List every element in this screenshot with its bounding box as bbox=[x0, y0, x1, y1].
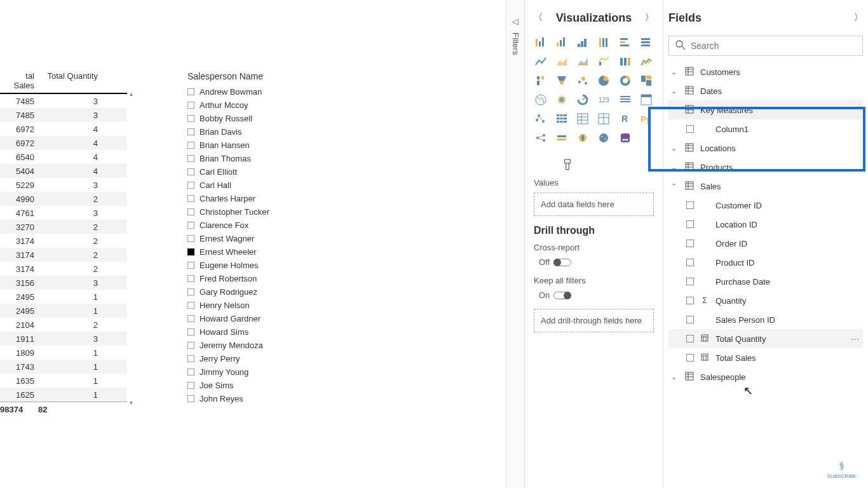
checkbox-icon[interactable] bbox=[187, 168, 194, 175]
viz-type-icon[interactable] bbox=[597, 74, 611, 88]
table-row[interactable]: 31742 bbox=[0, 248, 127, 262]
table-row[interactable]: 74853 bbox=[0, 108, 127, 122]
viz-type-icon[interactable] bbox=[618, 36, 632, 50]
viz-type-icon[interactable] bbox=[639, 74, 653, 88]
slicer-item[interactable]: Carl Hall bbox=[187, 179, 378, 192]
keep-filters-toggle[interactable]: On bbox=[539, 290, 654, 300]
table-row[interactable]: 65404 bbox=[0, 150, 127, 164]
viz-type-icon[interactable]: 123 bbox=[597, 93, 611, 107]
canvas-scrollbar[interactable] bbox=[497, 70, 501, 413]
checkbox-icon[interactable] bbox=[187, 369, 194, 376]
table-row[interactable]: 17431 bbox=[0, 360, 127, 374]
field-quantity[interactable]: ΣQuantity bbox=[668, 291, 863, 310]
field-location-id[interactable]: Location ID bbox=[668, 215, 863, 234]
checkbox-icon[interactable] bbox=[187, 142, 194, 149]
table-row[interactable]: 32702 bbox=[0, 220, 127, 234]
slicer-item[interactable]: Ernest Wagner bbox=[187, 232, 378, 245]
checkbox-icon[interactable] bbox=[187, 355, 194, 362]
viz-type-icon[interactable] bbox=[555, 74, 569, 88]
field-order-id[interactable]: Order ID bbox=[668, 234, 863, 253]
viz-type-icon[interactable] bbox=[534, 74, 548, 88]
viz-type-icon[interactable] bbox=[534, 93, 548, 107]
checkbox-icon[interactable] bbox=[187, 262, 194, 269]
table-row[interactable]: 21042 bbox=[0, 318, 127, 332]
checkbox-icon[interactable] bbox=[187, 102, 194, 109]
viz-type-icon[interactable] bbox=[576, 131, 590, 145]
vis-collapse-right-icon[interactable]: 〉 bbox=[645, 12, 654, 24]
report-canvas[interactable]: tal Sales Total Quantity 748537485369724… bbox=[0, 0, 506, 488]
table-row[interactable]: 69724 bbox=[0, 122, 127, 136]
scroll-up-icon[interactable]: ▴ bbox=[127, 90, 135, 98]
slicer-item[interactable]: Clarence Fox bbox=[187, 219, 378, 232]
field-total-quantity[interactable]: Total Quantity⋯ bbox=[668, 329, 863, 348]
slicer-item[interactable]: Howard Sims bbox=[187, 325, 378, 339]
slicer-item[interactable]: Fred Robertson bbox=[187, 272, 378, 285]
viz-type-icon[interactable] bbox=[576, 93, 590, 107]
table-row[interactable]: 52293 bbox=[0, 178, 127, 192]
viz-type-icon[interactable] bbox=[618, 93, 632, 107]
slicer-item[interactable]: John Reyes bbox=[187, 392, 378, 405]
viz-type-icon[interactable] bbox=[639, 93, 653, 107]
viz-type-icon[interactable] bbox=[534, 131, 548, 145]
table-visual[interactable]: tal Sales Total Quantity 748537485369724… bbox=[0, 69, 127, 417]
checkbox-icon[interactable] bbox=[187, 222, 194, 229]
field-checkbox[interactable] bbox=[686, 125, 694, 133]
table-row[interactable]: 54044 bbox=[0, 164, 127, 178]
slicer-item[interactable]: Carl Elliott bbox=[187, 165, 378, 179]
table-row[interactable]: 24951 bbox=[0, 304, 127, 318]
viz-type-icon[interactable] bbox=[618, 55, 632, 69]
table-row[interactable]: 49902 bbox=[0, 192, 127, 206]
table-row[interactable]: 24951 bbox=[0, 290, 127, 304]
checkbox-icon[interactable] bbox=[187, 302, 194, 309]
viz-type-icon[interactable] bbox=[555, 131, 569, 145]
viz-type-icon[interactable] bbox=[555, 55, 569, 69]
scroll-down-icon[interactable]: ▾ bbox=[127, 399, 135, 407]
table-row[interactable]: 69724 bbox=[0, 136, 127, 150]
viz-type-icon[interactable] bbox=[534, 55, 548, 69]
checkbox-icon[interactable] bbox=[187, 315, 194, 322]
checkbox-icon[interactable] bbox=[187, 342, 194, 349]
viz-type-icon[interactable] bbox=[576, 112, 590, 126]
more-options-icon[interactable]: ⋯ bbox=[851, 334, 859, 344]
viz-type-icon[interactable] bbox=[597, 55, 611, 69]
slicer-item[interactable]: Brian Hansen bbox=[187, 139, 378, 152]
expand-filters-icon[interactable]: ◁ bbox=[512, 17, 519, 26]
slicer-item[interactable]: Andrew Bowman bbox=[187, 85, 378, 98]
slicer-item[interactable]: Eugene Holmes bbox=[187, 259, 378, 272]
field-total-sales[interactable]: Total Sales bbox=[668, 348, 863, 367]
fields-search[interactable] bbox=[668, 36, 863, 56]
viz-type-icon[interactable] bbox=[534, 36, 548, 50]
viz-type-icon[interactable] bbox=[597, 131, 611, 145]
checkbox-icon[interactable] bbox=[187, 235, 194, 242]
viz-type-icon[interactable] bbox=[576, 74, 590, 88]
drillthrough-dropzone[interactable]: Add drill-through fields here bbox=[534, 309, 654, 332]
field-customer-id[interactable]: Customer ID bbox=[668, 196, 863, 215]
checkbox-icon[interactable] bbox=[187, 155, 194, 162]
table-node-products[interactable]: ⌄Products bbox=[668, 158, 863, 177]
table-row[interactable]: 74853 bbox=[0, 94, 127, 108]
checkbox-icon[interactable] bbox=[187, 395, 194, 402]
viz-type-icon[interactable]: R bbox=[618, 112, 632, 126]
field-sales-person-id[interactable]: Sales Person ID bbox=[668, 310, 863, 329]
slicer-item[interactable]: Jerry Perry bbox=[187, 352, 378, 365]
viz-type-icon[interactable] bbox=[639, 55, 653, 69]
checkbox-icon[interactable] bbox=[187, 88, 194, 95]
slicer-item[interactable]: Gary Rodriguez bbox=[187, 285, 378, 299]
table-node-dates[interactable]: ⌄Dates bbox=[668, 81, 863, 100]
slicer-item[interactable]: Howard Gardner bbox=[187, 312, 378, 325]
viz-type-icon[interactable] bbox=[534, 112, 548, 126]
field-checkbox[interactable] bbox=[686, 201, 694, 209]
checkbox-icon[interactable] bbox=[187, 128, 194, 135]
format-tab-icon[interactable] bbox=[562, 159, 573, 172]
vis-collapse-left-icon[interactable]: 〈 bbox=[534, 12, 543, 24]
fields-collapse-icon[interactable]: 〉 bbox=[854, 12, 863, 24]
table-node-sales[interactable]: ⌃Sales bbox=[668, 177, 863, 196]
table-row[interactable]: 47613 bbox=[0, 206, 127, 220]
viz-type-icon[interactable] bbox=[555, 36, 569, 50]
table-row[interactable]: 16251 bbox=[0, 388, 127, 402]
field-checkbox[interactable] bbox=[686, 278, 694, 285]
viz-type-icon[interactable] bbox=[618, 131, 632, 145]
viz-type-icon[interactable] bbox=[576, 36, 590, 50]
field-checkbox[interactable] bbox=[686, 240, 694, 247]
slicer-item[interactable]: Brian Davis bbox=[187, 125, 378, 139]
